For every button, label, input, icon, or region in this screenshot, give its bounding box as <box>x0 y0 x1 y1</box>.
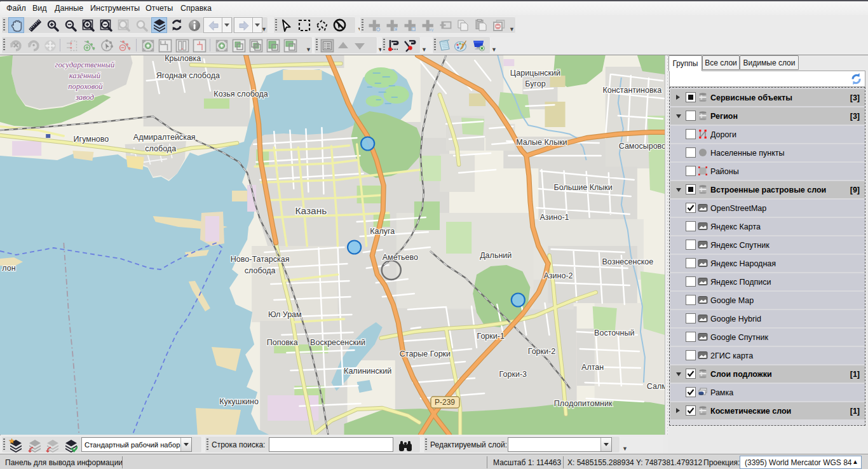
svg-text:Самосырово: Самосырово <box>619 142 665 151</box>
svg-text:пороховой: пороховой <box>68 82 103 91</box>
svg-text:Игумново: Игумново <box>74 135 109 144</box>
svg-text:государственный: государственный <box>55 60 115 69</box>
svg-text:Большие Клыки: Большие Клыки <box>553 183 612 192</box>
svg-text:Малые Клыки: Малые Клыки <box>516 138 567 147</box>
svg-text:xy: xy <box>429 27 434 32</box>
svg-text:Калининский: Калининский <box>344 367 391 376</box>
svg-text:Юл Урам: Юл Урам <box>268 310 302 319</box>
svg-text:Поповка: Поповка <box>267 338 298 347</box>
svg-text:Ягодная слобода: Ягодная слобода <box>156 71 220 80</box>
svg-text:Вознесенское: Вознесенское <box>602 257 653 266</box>
svg-text:Крыловка: Крыловка <box>165 55 201 63</box>
svg-text:Воскресенский: Воскресенский <box>310 338 365 347</box>
svg-text:Р-239: Р-239 <box>435 398 455 407</box>
svg-text:Казань: Казань <box>295 205 327 216</box>
svg-text:Аметьево: Аметьево <box>383 253 418 262</box>
svg-text:слобода: слобода <box>245 266 276 275</box>
svg-text:Бугор: Бугор <box>525 79 545 88</box>
svg-text:Козья слобода: Козья слобода <box>214 90 268 99</box>
svg-text:Горки-2: Горки-2 <box>528 347 556 356</box>
svg-text:слобода: слобода <box>145 144 176 153</box>
svg-text:Кукушкино: Кукушкино <box>219 397 259 406</box>
svg-text:Горки-1: Горки-1 <box>477 332 505 341</box>
svg-text:казённый: казённый <box>69 71 101 80</box>
svg-text:Азино-1: Азино-1 <box>539 213 569 222</box>
svg-text:лон: лон <box>2 264 15 273</box>
svg-text:Калуга: Калуга <box>370 227 395 236</box>
svg-text:Плодопитомник: Плодопитомник <box>554 399 613 408</box>
svg-text:Горки-3: Горки-3 <box>499 370 527 379</box>
svg-text:Дальний: Дальний <box>480 251 512 260</box>
svg-text:Царицынский: Царицынский <box>510 69 560 78</box>
svg-text:завод: завод <box>75 93 94 102</box>
svg-text:Салмачи: Салмачи <box>647 382 665 391</box>
svg-text:Адмиралтейская: Адмиралтейская <box>133 133 196 142</box>
svg-text:Ново-Татарская: Ново-Татарская <box>231 255 290 264</box>
svg-text:Восточный: Восточный <box>594 329 634 337</box>
svg-text:Константиновка: Константиновка <box>602 86 661 95</box>
svg-text:Старые Горки: Старые Горки <box>400 350 451 358</box>
svg-text:Алтан: Алтан <box>581 363 604 372</box>
svg-text:Азино-2: Азино-2 <box>543 271 573 280</box>
